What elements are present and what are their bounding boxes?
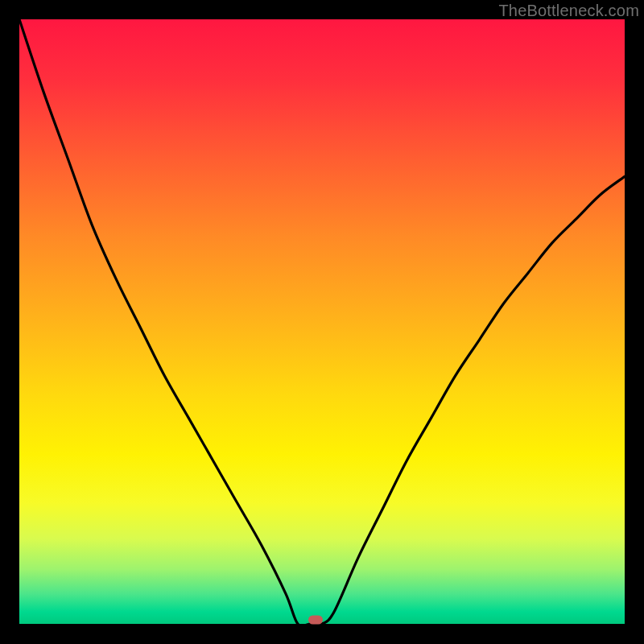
bottleneck-curve xyxy=(19,19,625,624)
watermark-text: TheBottleneck.com xyxy=(498,2,639,20)
min-marker xyxy=(308,616,323,625)
curve-path xyxy=(19,19,625,624)
plot-area xyxy=(19,19,625,624)
chart-frame: TheBottleneck.com xyxy=(0,0,644,644)
